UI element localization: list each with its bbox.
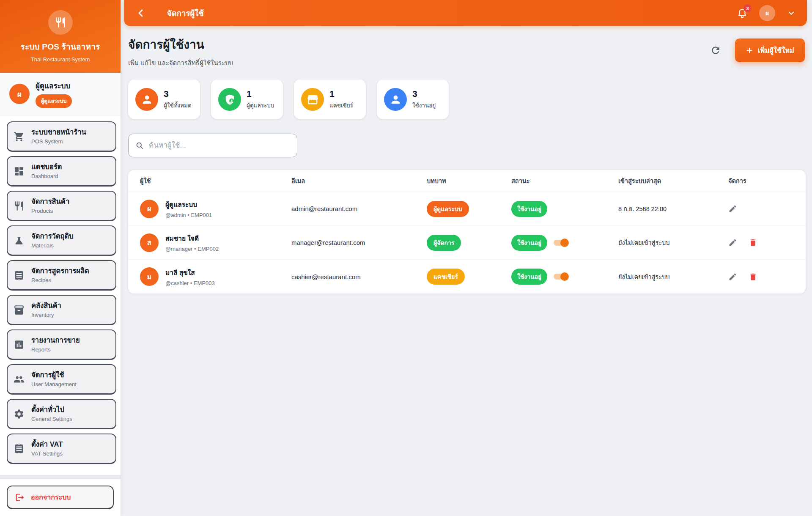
notification-badge: 3 bbox=[743, 4, 752, 12]
refresh-icon bbox=[710, 45, 721, 56]
sidebar-item-title: ตั้งค่าทั่วไป bbox=[31, 406, 64, 413]
sidebar-item-pos[interactable]: ระบบขายหน้าร้านPOS System bbox=[7, 121, 116, 152]
add-user-button[interactable]: เพิ่มผู้ใช้ใหม่ bbox=[735, 38, 805, 62]
trash-icon bbox=[749, 272, 757, 281]
delete-user-button[interactable] bbox=[749, 272, 757, 281]
topbar-title: จัดการผู้ใช้ bbox=[167, 7, 204, 19]
pencil-icon bbox=[728, 272, 737, 281]
stat-label: ผู้ดูแลระบบ bbox=[247, 101, 274, 110]
status-badge: ใช้งานอยู่ bbox=[511, 235, 547, 251]
page-title: จัดการผู้ใช้งาน bbox=[128, 35, 233, 54]
sidebar-item-title: จัดการวัตถุดิบ bbox=[31, 232, 74, 240]
role-badge: ผู้ดูแลระบบ bbox=[427, 201, 469, 217]
profile-avatar: ผ bbox=[9, 84, 30, 104]
chevron-left-icon bbox=[135, 7, 147, 19]
sidebar-item-subtitle: VAT Settings bbox=[31, 450, 63, 457]
status-toggle[interactable] bbox=[554, 240, 567, 246]
sidebar-item-reports[interactable]: รายงานการขายReports bbox=[7, 329, 116, 360]
user-meta: @cashier • EMP003 bbox=[165, 280, 215, 286]
sidebar-item-title: ตั้งค่า VAT bbox=[31, 440, 63, 448]
sidebar-item-subtitle: Products bbox=[31, 208, 69, 214]
stat-value: 1 bbox=[247, 89, 274, 99]
user-profile: ผ ผู้ดูแลระบบ ผู้ดูแลระบบ bbox=[0, 73, 121, 115]
restaurant-logo-icon bbox=[48, 10, 73, 35]
inventory-icon bbox=[14, 305, 25, 316]
sidebar-item-title: ระบบขายหน้าร้าน bbox=[31, 128, 86, 136]
column-header: เข้าสู่ระบบล่าสุด bbox=[618, 176, 728, 186]
receipt-icon bbox=[14, 270, 25, 281]
main-area: จัดการผู้ใช้ 3 ผ จัดการผู้ใช้งาน เพิ่ม แ… bbox=[121, 0, 812, 516]
sidebar-item-title: รายงานการขาย bbox=[31, 336, 80, 344]
sidebar-item-subtitle: User Management bbox=[31, 381, 77, 387]
stat-cards: 3ผู้ใช้ทั้งหมด1ผู้ดูแลระบบ1แคชเชียร์3ใช้… bbox=[128, 80, 806, 119]
user-name: ผู้ดูแลระบบ bbox=[165, 199, 212, 210]
pencil-icon bbox=[728, 204, 737, 213]
logout-button[interactable]: ออกจากระบบ bbox=[7, 486, 114, 509]
sidebar-item-products[interactable]: จัดการสินค้าProducts bbox=[7, 191, 116, 221]
add-user-label: เพิ่มผู้ใช้ใหม่ bbox=[758, 45, 794, 56]
person-icon bbox=[384, 88, 407, 111]
gear-icon bbox=[14, 409, 25, 420]
table-row: มมาลี สุขใส@cashier • EMP003cashier@rest… bbox=[128, 260, 806, 294]
sidebar-item-subtitle: Inventory bbox=[31, 312, 61, 318]
profile-name: ผู้ดูแลระบบ bbox=[36, 80, 72, 91]
sidebar-item-recipes[interactable]: จัดการสูตรการผลิตRecipes bbox=[7, 260, 116, 291]
cart-icon bbox=[14, 131, 25, 142]
row-avatar: ผ bbox=[140, 200, 159, 218]
table-row: ผผู้ดูแลระบบ@admin • EMP001admin@restaur… bbox=[128, 192, 806, 226]
topbar: จัดการผู้ใช้ 3 ผ bbox=[124, 0, 807, 26]
edit-user-button[interactable] bbox=[728, 204, 737, 213]
sidebar-header: ระบบ POS ร้านอาหาร Thai Restaurant Syste… bbox=[0, 0, 121, 73]
sidebar-item-general-settings[interactable]: ตั้งค่าทั่วไปGeneral Settings bbox=[7, 399, 116, 429]
row-avatar: ส bbox=[140, 233, 159, 252]
search-input[interactable] bbox=[149, 141, 290, 150]
status-toggle[interactable] bbox=[554, 274, 567, 280]
people-icon bbox=[14, 374, 25, 385]
column-header: บทบาท bbox=[427, 176, 511, 186]
topbar-avatar[interactable]: ผ bbox=[759, 5, 775, 21]
stat-label: แคชเชียร์ bbox=[329, 101, 353, 110]
app-subtitle: Thai Restaurant System bbox=[31, 56, 90, 63]
admin-shield-icon bbox=[218, 88, 241, 111]
user-meta: @manager • EMP002 bbox=[165, 246, 219, 252]
back-button[interactable] bbox=[135, 7, 147, 19]
edit-user-button[interactable] bbox=[728, 272, 737, 281]
user-email: manager@restaurant.com bbox=[291, 239, 427, 246]
notifications-button[interactable]: 3 bbox=[737, 8, 748, 19]
delete-user-button[interactable] bbox=[749, 238, 757, 247]
page-subtitle: เพิ่ม แก้ไข และจัดการสิทธิ์ผู้ใช้ในระบบ bbox=[128, 58, 233, 68]
sidebar-item-title: คลังสินค้า bbox=[31, 302, 61, 309]
chevron-down-icon[interactable] bbox=[787, 8, 796, 18]
stat-value: 3 bbox=[164, 89, 192, 99]
sidebar-item-vat-settings[interactable]: ตั้งค่า VATVAT Settings bbox=[7, 434, 116, 464]
sidebar-item-dashboard[interactable]: แดชบอร์ดDashboard bbox=[7, 156, 116, 187]
status-badge: ใช้งานอยู่ bbox=[511, 269, 547, 285]
pencil-icon bbox=[728, 238, 737, 247]
stat-card-total-users: 3ผู้ใช้ทั้งหมด bbox=[128, 80, 200, 119]
user-meta: @admin • EMP001 bbox=[165, 212, 212, 218]
sidebar-item-subtitle: Materials bbox=[31, 242, 74, 249]
column-header: ผู้ใช้ bbox=[140, 176, 291, 186]
sidebar-item-materials[interactable]: จัดการวัตถุดิบMaterials bbox=[7, 225, 116, 256]
role-badge: แคชเชียร์ bbox=[427, 269, 465, 285]
sidebar-item-inventory[interactable]: คลังสินค้าInventory bbox=[7, 295, 116, 325]
sidebar-item-subtitle: Dashboard bbox=[31, 173, 62, 179]
stat-value: 3 bbox=[412, 89, 436, 99]
sidebar: ระบบ POS ร้านอาหาร Thai Restaurant Syste… bbox=[0, 0, 121, 516]
stat-card-active-users: 3ใช้งานอยู่ bbox=[377, 80, 449, 119]
role-badge: ผู้จัดการ bbox=[427, 235, 461, 251]
edit-user-button[interactable] bbox=[728, 238, 737, 247]
sidebar-menu: ระบบขายหน้าร้านPOS Systemแดชบอร์ดDashboa… bbox=[0, 115, 121, 475]
dashboard-icon bbox=[14, 166, 25, 177]
sidebar-item-subtitle: Reports bbox=[31, 346, 80, 353]
stat-value: 1 bbox=[329, 89, 353, 99]
logout-label: ออกจากระบบ bbox=[31, 492, 71, 502]
status-badge: ใช้งานอยู่ bbox=[511, 201, 547, 217]
sidebar-item-users[interactable]: จัดการผู้ใช้User Management bbox=[7, 364, 116, 395]
table-row: สสมชาย ใจดี@manager • EMP002manager@rest… bbox=[128, 226, 806, 260]
search-box bbox=[128, 134, 297, 157]
sidebar-item-subtitle: POS System bbox=[31, 138, 86, 145]
refresh-button[interactable] bbox=[710, 45, 721, 56]
receipt-icon bbox=[14, 443, 25, 454]
sidebar-item-title: จัดการสูตรการผลิต bbox=[31, 267, 89, 274]
